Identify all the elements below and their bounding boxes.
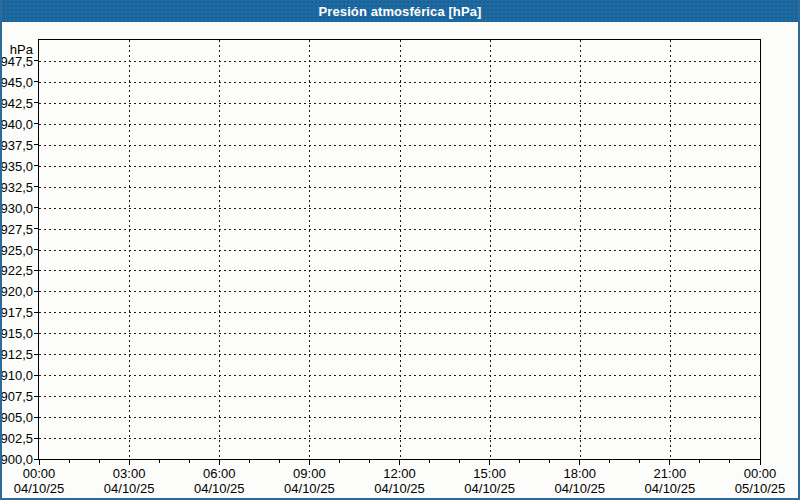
x-minor-tick — [699, 459, 700, 463]
y-tick-label: 912,5 — [0, 347, 33, 362]
y-tick-label: 920,0 — [0, 284, 33, 299]
y-axis-tick — [34, 354, 39, 355]
x-major-tick — [219, 459, 220, 465]
y-tick-label: 915,0 — [0, 326, 33, 341]
y-tick-label: 910,0 — [0, 368, 33, 383]
y-axis-tick — [34, 333, 39, 334]
y-tick-label: 940,0 — [0, 116, 33, 131]
x-minor-tick — [639, 459, 640, 463]
x-tick-time: 12:00 — [383, 466, 416, 481]
x-minor-tick — [189, 459, 190, 463]
x-minor-tick — [99, 459, 100, 463]
x-minor-tick — [369, 459, 370, 463]
x-tick-time: 15:00 — [473, 466, 506, 481]
x-major-tick — [39, 459, 40, 465]
x-tick-date: 04/10/25 — [194, 481, 245, 496]
x-minor-tick — [459, 459, 460, 463]
y-axis-tick — [34, 186, 39, 187]
x-tick-date: 04/10/25 — [14, 481, 65, 496]
x-tick-date: 04/10/25 — [374, 481, 425, 496]
x-major-tick — [579, 459, 580, 465]
x-gridline — [219, 40, 220, 459]
x-tick-label: 00:0005/10/25 — [735, 466, 786, 496]
x-minor-tick — [159, 459, 160, 463]
x-gridline — [400, 40, 401, 459]
y-axis-tick — [34, 291, 39, 292]
x-tick-time: 09:00 — [293, 466, 326, 481]
x-major-tick — [669, 459, 670, 465]
x-tick-date: 04/10/25 — [104, 481, 155, 496]
x-minor-tick — [69, 459, 70, 463]
y-tick-label: 922,5 — [0, 263, 33, 278]
x-tick-label: 03:0004/10/25 — [104, 466, 155, 496]
x-major-tick — [129, 459, 130, 465]
x-minor-tick — [249, 459, 250, 463]
y-axis-tick — [34, 81, 39, 82]
x-major-tick — [760, 459, 761, 465]
y-axis-tick — [34, 375, 39, 376]
y-axis-tick — [34, 207, 39, 208]
x-tick-date: 04/10/25 — [645, 481, 696, 496]
chart-title: Presión atmosférica [hPa] — [319, 4, 482, 19]
chart-panel: Presión atmosférica [hPa] 947,5945,0942,… — [0, 0, 800, 500]
y-tick-label: 917,5 — [0, 305, 33, 320]
y-axis-tick — [34, 123, 39, 124]
x-gridline — [580, 40, 581, 459]
x-minor-tick — [729, 459, 730, 463]
y-axis-tick — [34, 438, 39, 439]
y-tick-label: 935,0 — [0, 158, 33, 173]
x-tick-label: 15:0004/10/25 — [464, 466, 515, 496]
y-axis-tick — [34, 60, 39, 61]
y-axis-tick — [34, 270, 39, 271]
x-minor-tick — [429, 459, 430, 463]
y-axis-tick — [34, 165, 39, 166]
x-tick-time: 18:00 — [563, 466, 596, 481]
x-tick-date: 05/10/25 — [735, 481, 786, 496]
x-tick-time: 06:00 — [203, 466, 236, 481]
x-tick-label: 06:0004/10/25 — [194, 466, 245, 496]
y-axis-tick — [34, 102, 39, 103]
y-axis-tick — [34, 228, 39, 229]
y-tick-label: 902,5 — [0, 431, 33, 446]
x-minor-tick — [609, 459, 610, 463]
y-axis-tick — [34, 312, 39, 313]
x-tick-label: 18:0004/10/25 — [554, 466, 605, 496]
y-axis-tick — [34, 144, 39, 145]
x-tick-time: 00:00 — [744, 466, 777, 481]
y-tick-label: 907,5 — [0, 389, 33, 404]
x-tick-time: 21:00 — [654, 466, 687, 481]
y-tick-label: 945,0 — [0, 74, 33, 89]
y-tick-label: 925,0 — [0, 242, 33, 257]
x-major-tick — [309, 459, 310, 465]
y-tick-label: 932,5 — [0, 179, 33, 194]
x-tick-label: 21:0004/10/25 — [645, 466, 696, 496]
y-tick-label: 942,5 — [0, 95, 33, 110]
y-tick-label: 905,0 — [0, 410, 33, 425]
y-axis-tick — [34, 417, 39, 418]
chart-title-bar: Presión atmosférica [hPa] — [2, 0, 798, 22]
plot-area: 947,5945,0942,5940,0937,5935,0932,5930,0… — [38, 39, 761, 460]
x-major-tick — [399, 459, 400, 465]
x-minor-tick — [279, 459, 280, 463]
x-tick-date: 04/10/25 — [464, 481, 515, 496]
x-minor-tick — [339, 459, 340, 463]
y-axis-unit-label: hPa — [10, 42, 33, 57]
x-gridline — [309, 40, 310, 459]
x-tick-label: 00:0004/10/25 — [14, 466, 65, 496]
x-major-tick — [489, 459, 490, 465]
x-tick-time: 00:00 — [23, 466, 56, 481]
x-minor-tick — [549, 459, 550, 463]
x-gridline — [670, 40, 671, 459]
y-tick-label: 927,5 — [0, 221, 33, 236]
y-tick-label: 900,0 — [0, 452, 33, 467]
x-tick-label: 12:0004/10/25 — [374, 466, 425, 496]
x-gridline — [129, 40, 130, 459]
y-tick-label: 930,0 — [0, 200, 33, 215]
y-axis-tick — [34, 396, 39, 397]
x-gridline — [490, 40, 491, 459]
x-tick-time: 03:00 — [113, 466, 146, 481]
x-minor-tick — [519, 459, 520, 463]
x-tick-date: 04/10/25 — [284, 481, 335, 496]
y-axis-tick — [34, 249, 39, 250]
x-tick-label: 09:0004/10/25 — [284, 466, 335, 496]
